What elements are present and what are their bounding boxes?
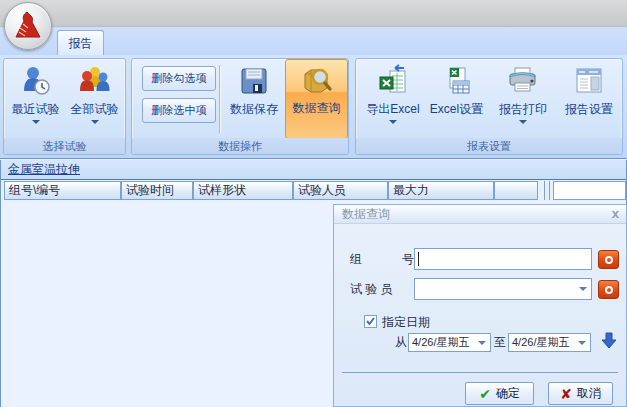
ribbon-button-label: 数据保存 xyxy=(230,101,278,117)
ribbon-button-label: 导出Excel xyxy=(366,101,419,117)
recent-tests-icon xyxy=(19,61,53,101)
column-header-max-force[interactable]: 最大力 xyxy=(388,181,494,200)
chevron-down-icon[interactable] xyxy=(91,120,99,124)
delete-selected-button[interactable]: 删除选中项 xyxy=(142,98,216,123)
ribbon-button-label: 全部试验 xyxy=(71,101,119,117)
export-excel-button[interactable]: 导出Excel xyxy=(361,61,425,139)
ok-button-label: 确定 xyxy=(496,385,520,402)
column-header-tester[interactable]: 试验人员 xyxy=(293,181,388,200)
chevron-down-icon[interactable] xyxy=(579,287,587,291)
save-data-button[interactable]: 数据保存 xyxy=(224,61,284,139)
query-icon xyxy=(300,60,334,100)
ribbon-group-select-tests: 最近试验 全部试验 选择试验 xyxy=(3,58,126,155)
excel-settings-icon xyxy=(440,61,474,101)
group-number-label: 组 号 xyxy=(350,249,414,269)
ribbon-group-label: 数据操作 xyxy=(132,138,348,154)
report-settings-button[interactable]: 报告设置 xyxy=(559,61,619,139)
chevron-down-icon[interactable] xyxy=(389,120,397,124)
to-date-value: 4/26/星期五 xyxy=(512,336,569,348)
dialog-separator xyxy=(342,372,618,373)
recent-tests-button[interactable]: 最近试验 xyxy=(7,61,64,139)
column-header-test-time[interactable]: 试验时间 xyxy=(121,181,193,200)
chevron-down-icon[interactable] xyxy=(519,120,527,124)
group-number-label-left: 组 xyxy=(350,249,362,269)
app-menu-button[interactable] xyxy=(4,2,52,50)
checkmark-icon xyxy=(365,316,376,327)
save-icon xyxy=(238,61,270,101)
query-data-button[interactable]: 数据查询 xyxy=(285,59,348,139)
group-number-label-right: 号 xyxy=(402,249,414,269)
ribbon-group-data-operations: 删除勾选项 删除选中项 数据保存 xyxy=(131,58,349,155)
ribbon-group-label: 选择试验 xyxy=(4,138,125,154)
chevron-down-icon[interactable] xyxy=(32,120,40,124)
chevron-down-icon[interactable] xyxy=(478,341,486,345)
column-header-empty[interactable] xyxy=(494,181,538,200)
close-icon[interactable]: x xyxy=(612,206,619,221)
column-header-group-number[interactable]: 组号\编号 xyxy=(4,181,121,200)
to-label: 至 xyxy=(494,332,506,352)
printer-icon xyxy=(506,61,540,101)
all-tests-button[interactable]: 全部试验 xyxy=(66,61,123,139)
cancel-button[interactable]: ✘ 取消 xyxy=(548,382,613,405)
apply-date-down-arrow-icon[interactable] xyxy=(601,332,617,349)
ribbon-button-label: Excel设置 xyxy=(430,101,483,117)
panel-title[interactable]: 金属室温拉伸 xyxy=(8,160,80,179)
ribbon-button-label: 报告打印 xyxy=(499,101,547,117)
application-window: 报告 最近试验 xyxy=(0,0,627,407)
tester-combobox[interactable] xyxy=(414,278,592,300)
export-excel-icon xyxy=(376,61,410,101)
ribbon-tab-band: 报告 xyxy=(0,27,627,55)
grid-splitter[interactable] xyxy=(544,181,545,200)
panel-title-bar: 金属室温拉伸 xyxy=(1,160,626,180)
group-number-input[interactable] xyxy=(414,248,592,270)
specify-date-checkbox[interactable] xyxy=(364,315,377,328)
ribbon-button-label: 报告设置 xyxy=(565,101,613,117)
to-date-picker[interactable]: 4/26/星期五 xyxy=(508,333,591,352)
excel-settings-button[interactable]: Excel设置 xyxy=(429,61,484,139)
all-tests-icon xyxy=(78,61,112,101)
from-date-value: 4/26/星期五 xyxy=(412,336,469,348)
ribbon: 最近试验 全部试验 选择试验 xyxy=(0,55,627,159)
ribbon-button-label: 最近试验 xyxy=(12,101,60,117)
dialog-titlebar: 数据查询 x xyxy=(334,205,626,224)
specify-date-label: 指定日期 xyxy=(382,312,430,332)
tester-clear-button[interactable] xyxy=(598,280,619,299)
circle-icon xyxy=(605,286,613,294)
check-icon: ✔ xyxy=(479,386,491,402)
ribbon-group-label: 报表设置 xyxy=(356,138,622,154)
dialog-title: 数据查询 xyxy=(342,205,390,223)
tester-label: 试 验 员 xyxy=(350,279,414,299)
column-header-sample-shape[interactable]: 试样形状 xyxy=(193,181,293,200)
group-separator xyxy=(219,65,220,133)
cancel-button-label: 取消 xyxy=(577,385,601,402)
text-caret xyxy=(418,252,419,266)
grid-splitter[interactable] xyxy=(549,181,550,200)
delete-checked-button[interactable]: 删除勾选项 xyxy=(142,66,216,91)
titlebar xyxy=(0,0,627,27)
ribbon-group-report-settings: 导出Excel Excel设置 xyxy=(355,58,623,155)
report-settings-icon xyxy=(572,61,606,101)
ribbon-button-label: 数据查询 xyxy=(293,100,341,116)
x-icon: ✘ xyxy=(560,386,572,402)
tab-report[interactable]: 报告 xyxy=(57,30,104,55)
frozen-header-cell xyxy=(553,181,626,200)
circle-icon xyxy=(605,256,613,264)
query-dialog: 数据查询 x 组 号 试 验 员 指定日期 xyxy=(333,204,627,407)
chevron-down-icon[interactable] xyxy=(578,341,586,345)
from-date-picker[interactable]: 4/26/星期五 xyxy=(408,333,491,352)
group-number-clear-button[interactable] xyxy=(598,250,619,269)
from-label: 从 xyxy=(395,332,407,352)
print-report-button[interactable]: 报告打印 xyxy=(496,61,550,139)
ok-button[interactable]: ✔ 确定 xyxy=(465,382,534,405)
logo-icon xyxy=(11,9,45,43)
